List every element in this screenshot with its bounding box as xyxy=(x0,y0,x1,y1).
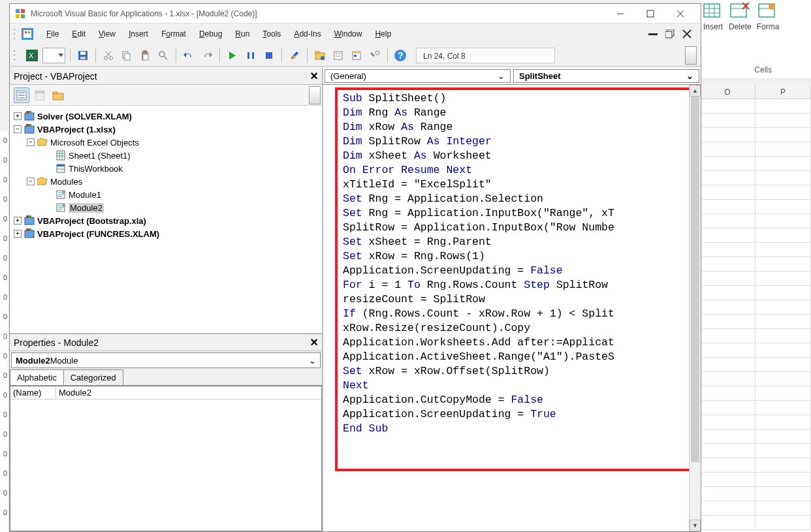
scroll-down-icon[interactable]: ▼ xyxy=(690,520,701,531)
help-button[interactable]: ? xyxy=(392,48,408,63)
menu-view[interactable]: View xyxy=(92,27,122,41)
toolbar-overflow[interactable] xyxy=(685,46,697,65)
menu-help[interactable]: Help xyxy=(368,27,398,41)
minimize-icon xyxy=(616,10,624,18)
expand-icon[interactable]: + xyxy=(14,230,22,238)
project-panel-close[interactable]: × xyxy=(310,69,318,84)
menu-tools[interactable]: Tools xyxy=(256,27,287,41)
close-button[interactable] xyxy=(665,4,695,23)
redo-button[interactable] xyxy=(199,48,215,63)
paste-button[interactable] xyxy=(137,48,153,63)
workbook-icon xyxy=(56,163,66,174)
toolbox-button[interactable] xyxy=(367,48,383,63)
tree-vbaproject[interactable]: −VBAProject (1.xlsx) xyxy=(12,123,319,136)
collapse-icon[interactable]: − xyxy=(14,125,22,133)
maximize-button[interactable] xyxy=(635,4,665,23)
svg-rect-44 xyxy=(143,54,148,60)
menu-window[interactable]: Window xyxy=(328,27,369,41)
menu-insert[interactable]: Insert xyxy=(122,27,155,41)
menu-run[interactable]: Run xyxy=(229,27,256,41)
svg-rect-79 xyxy=(29,124,31,127)
object-browser-button[interactable] xyxy=(349,48,364,63)
object-dropdown[interactable]: (General)⌄ xyxy=(325,69,511,83)
view-excel-button[interactable]: X xyxy=(24,48,40,63)
menu-edit[interactable]: Edit xyxy=(65,27,92,41)
svg-rect-23 xyxy=(25,31,27,33)
collapse-icon[interactable]: − xyxy=(27,178,35,185)
project-tree[interactable]: +Solver (SOLVER.XLAM) −VBAProject (1.xls… xyxy=(10,106,322,334)
vertical-scrollbar[interactable]: ▲ ▼ xyxy=(689,85,701,531)
tree-label: Module2 xyxy=(69,203,104,213)
toolbar-grip[interactable] xyxy=(14,49,18,62)
tree-sheet1[interactable]: Sheet1 (Sheet1) xyxy=(12,149,319,162)
view-code-button[interactable] xyxy=(14,87,29,103)
code-editor[interactable]: Sub SplitSheet() Dim Rng As Range Dim xR… xyxy=(323,85,701,531)
break-button[interactable] xyxy=(243,48,259,63)
mdi-close[interactable] xyxy=(681,28,693,40)
ribbon-insert[interactable]: Insert xyxy=(700,0,726,78)
properties-panel-close[interactable]: × xyxy=(310,335,318,350)
tree-bootstrap[interactable]: +VBAProject (Bootstrap.xla) xyxy=(12,214,319,227)
code-text[interactable]: Sub SplitSheet() Dim Rng As Range Dim xR… xyxy=(343,91,688,436)
save-button[interactable] xyxy=(75,48,91,63)
tree-label: ThisWorkbook xyxy=(69,164,123,174)
insert-dropdown[interactable] xyxy=(42,48,65,63)
properties-button[interactable] xyxy=(330,48,346,63)
tab-alphabetic[interactable]: Alphabetic xyxy=(10,369,64,385)
design-mode-button[interactable] xyxy=(287,48,302,63)
titlebar[interactable]: Microsoft Visual Basic for Applications … xyxy=(10,4,701,23)
folder-open-icon xyxy=(37,176,48,187)
folder-icon xyxy=(52,90,64,101)
scroll-up-icon[interactable]: ▲ xyxy=(690,85,701,97)
menu-file[interactable]: File xyxy=(40,27,65,41)
project-icon xyxy=(315,50,325,61)
undo-button[interactable] xyxy=(181,48,197,63)
properties-object-combo[interactable]: Module2 Module ⌄ xyxy=(11,352,321,368)
menu-addins[interactable]: Add-Ins xyxy=(287,27,327,41)
scrollbar-thumb[interactable] xyxy=(691,97,699,462)
design-icon xyxy=(289,50,300,61)
combo-object-type: Module xyxy=(50,356,78,366)
menu-format[interactable]: Format xyxy=(155,27,193,41)
save-icon xyxy=(77,50,89,61)
menubar-grip[interactable] xyxy=(14,27,18,40)
minimize-button[interactable] xyxy=(605,4,635,23)
property-row-name[interactable]: (Name) Module2 xyxy=(10,386,321,399)
tree-module1[interactable]: Module1 xyxy=(12,188,319,201)
tree-thisworkbook[interactable]: ThisWorkbook xyxy=(12,162,319,175)
menu-debug[interactable]: Debug xyxy=(193,27,229,41)
collapse-icon[interactable]: − xyxy=(27,138,35,146)
properties-grid[interactable]: (Name) Module2 xyxy=(10,386,322,531)
mdi-minimize[interactable] xyxy=(647,28,659,40)
copy-button[interactable] xyxy=(119,48,135,63)
properties-panel-header[interactable]: Properties - Module2 × xyxy=(10,334,322,351)
view-object-button[interactable] xyxy=(32,87,48,103)
toggle-folders-button[interactable] xyxy=(50,87,66,103)
project-toolbar-overflow[interactable] xyxy=(309,86,321,104)
tab-categorized[interactable]: Categorized xyxy=(63,369,123,385)
tree-funcres[interactable]: +VBAProject (FUNCRES.XLAM) xyxy=(12,227,319,240)
svg-rect-94 xyxy=(62,191,65,194)
run-button[interactable] xyxy=(225,48,240,63)
tree-modules-folder[interactable]: −Modules xyxy=(12,175,319,188)
procedure-dropdown[interactable]: SplitSheet⌄ xyxy=(513,69,699,83)
col-header-o[interactable]: O xyxy=(700,85,755,99)
project-panel-header[interactable]: Project - VBAProject × xyxy=(10,68,322,85)
expand-icon[interactable]: + xyxy=(14,217,22,225)
project-icon xyxy=(24,111,35,121)
mdi-restore[interactable] xyxy=(664,28,676,40)
reset-button[interactable] xyxy=(261,48,277,63)
cut-button[interactable] xyxy=(101,48,116,63)
find-button[interactable] xyxy=(155,48,171,63)
tree-label: VBAProject (1.xlsx) xyxy=(37,125,116,134)
expand-icon[interactable]: + xyxy=(14,112,22,120)
ribbon-delete[interactable]: Delete xyxy=(726,0,754,78)
tree-excel-objects[interactable]: −Microsoft Excel Objects xyxy=(12,136,319,149)
property-value[interactable]: Module2 xyxy=(56,386,321,399)
project-explorer-button[interactable] xyxy=(312,48,328,63)
excel-grid: O P xyxy=(700,85,811,532)
col-header-p[interactable]: P xyxy=(755,85,811,99)
maximize-icon xyxy=(646,10,654,18)
tree-solver[interactable]: +Solver (SOLVER.XLAM) xyxy=(12,110,319,123)
tree-module2[interactable]: Module2 xyxy=(12,201,319,214)
